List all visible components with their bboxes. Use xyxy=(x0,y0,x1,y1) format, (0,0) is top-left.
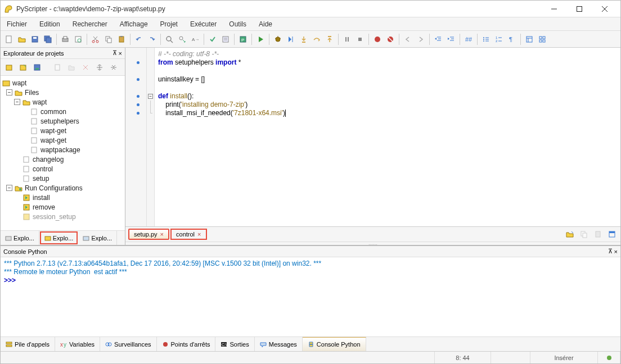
editor-gutter[interactable] xyxy=(125,48,147,226)
check-syntax-icon[interactable] xyxy=(206,33,219,46)
paste-icon[interactable] xyxy=(115,33,128,46)
find-next-icon[interactable] xyxy=(176,33,188,46)
open-project-icon[interactable] xyxy=(17,61,29,74)
new-window-icon[interactable] xyxy=(606,228,618,241)
save-project-icon[interactable] xyxy=(31,61,43,74)
redo-icon[interactable] xyxy=(146,33,158,46)
paste-file-icon[interactable] xyxy=(592,228,604,241)
editor-tab-control[interactable]: control × xyxy=(170,229,206,240)
code-editor[interactable]: # -*- coding: utf-8 -*- from setuphelper… xyxy=(155,48,620,226)
tree-files[interactable]: −Files xyxy=(2,88,124,97)
minimize-button[interactable] xyxy=(541,1,566,17)
new-file-icon[interactable] xyxy=(3,33,15,46)
undo-icon[interactable] xyxy=(133,33,145,46)
run-to-cursor-icon[interactable] xyxy=(285,33,297,46)
tab-python-console[interactable]: Console Python xyxy=(303,337,366,351)
debug-icon[interactable] xyxy=(272,33,284,46)
tree-run-item[interactable]: session_setup xyxy=(2,212,124,221)
tree-item[interactable]: wapt-get xyxy=(2,126,124,135)
add-folder-icon[interactable] xyxy=(65,61,78,74)
cut-icon[interactable] xyxy=(89,33,102,46)
close-panel-icon[interactable]: × xyxy=(614,248,618,255)
python-version-icon[interactable]: P xyxy=(237,33,249,46)
tree-run-item[interactable]: install xyxy=(2,193,124,202)
tab-variables[interactable]: xyVariables xyxy=(55,337,100,351)
side-tab-3[interactable]: Explo... xyxy=(78,231,117,245)
unpin-icon[interactable]: ⊼ xyxy=(112,49,117,57)
tree-item[interactable]: setup xyxy=(2,174,124,183)
menu-tools[interactable]: Outils xyxy=(223,17,253,30)
find-icon[interactable] xyxy=(163,33,176,46)
grid-icon[interactable] xyxy=(536,33,548,46)
special-chars-icon[interactable]: ¶ xyxy=(506,33,518,46)
nav-back-icon[interactable] xyxy=(402,33,414,46)
menu-search[interactable]: Rechercher xyxy=(66,17,114,30)
close-button[interactable] xyxy=(592,1,617,17)
fold-gutter[interactable]: − xyxy=(147,48,155,226)
close-panel-icon[interactable]: × xyxy=(119,50,122,57)
tree-run-item[interactable]: remove xyxy=(2,202,124,212)
open-file-icon[interactable] xyxy=(16,33,28,46)
tree-item[interactable]: waptpackage xyxy=(2,145,124,154)
copy-path-icon[interactable] xyxy=(578,228,590,241)
menu-project[interactable]: Projet xyxy=(154,17,184,30)
dedent-icon[interactable] xyxy=(445,33,457,46)
side-tab-1[interactable]: Explo... xyxy=(1,231,39,245)
editor-tab-setup[interactable]: setup.py × xyxy=(128,229,169,240)
tree-item[interactable]: changelog xyxy=(2,154,124,164)
layout-icon[interactable] xyxy=(523,33,536,46)
nav-forward-icon[interactable] xyxy=(415,33,427,46)
step-out-icon[interactable] xyxy=(323,33,336,46)
close-tab-icon[interactable]: × xyxy=(197,231,201,238)
indent-icon[interactable] xyxy=(432,33,444,46)
console-output[interactable]: *** Python 2.7.13 (v2.7.13:a06454b1afa1,… xyxy=(1,257,620,336)
print-icon[interactable] xyxy=(59,33,71,46)
menu-edition[interactable]: Edition xyxy=(33,17,66,30)
tab-breakpoints[interactable]: Points d'arrêts xyxy=(157,337,216,351)
tree-root[interactable]: wapt xyxy=(2,78,124,88)
stop-icon[interactable] xyxy=(354,33,366,46)
step-into-icon[interactable] xyxy=(298,33,310,46)
clear-breakpoints-icon[interactable] xyxy=(384,33,397,46)
open-folder-icon[interactable] xyxy=(564,228,576,241)
menu-view[interactable]: Affichage xyxy=(114,17,154,30)
numbered-list-icon[interactable]: 12 xyxy=(493,33,505,46)
add-file-icon[interactable] xyxy=(51,61,64,74)
tree-run-cfg[interactable]: −Run Configurations xyxy=(2,183,124,193)
browse-icon[interactable] xyxy=(219,33,232,46)
maximize-button[interactable] xyxy=(566,1,592,17)
fold-toggle[interactable]: − xyxy=(148,94,153,99)
pause-icon[interactable] xyxy=(341,33,353,46)
breakpoint-icon[interactable] xyxy=(371,33,384,46)
comment-icon[interactable]: ## xyxy=(462,33,475,46)
tab-messages[interactable]: Messages xyxy=(255,337,303,351)
tab-callstack[interactable]: Pile d'appels xyxy=(1,337,55,351)
copy-icon[interactable] xyxy=(102,33,115,46)
print-preview-icon[interactable] xyxy=(72,33,84,46)
remove-icon[interactable] xyxy=(79,61,92,74)
menu-file[interactable]: Fichier xyxy=(1,17,33,30)
splitter-handle[interactable]: ⋯⋯ xyxy=(125,242,620,245)
run-icon[interactable] xyxy=(254,33,267,46)
expand-icon[interactable] xyxy=(93,61,106,74)
menu-run[interactable]: Exécuter xyxy=(184,17,223,30)
tree-wapt-folder[interactable]: −wapt xyxy=(2,97,124,107)
tree-item[interactable]: wapt-get xyxy=(2,135,124,145)
side-tab-2[interactable]: Explo... xyxy=(40,231,78,244)
menu-help[interactable]: Aide xyxy=(253,17,278,30)
unpin-icon[interactable]: ⊼ xyxy=(608,248,613,255)
tab-watches[interactable]: Surveillances xyxy=(100,337,156,351)
list-icon[interactable] xyxy=(480,33,492,46)
close-tab-icon[interactable]: × xyxy=(160,231,164,238)
collapse-icon[interactable] xyxy=(107,61,120,74)
save-all-icon[interactable] xyxy=(42,33,54,46)
tab-output[interactable]: C:\Sorties xyxy=(215,337,254,351)
project-tree[interactable]: wapt −Files −wapt common setuphelpers wa… xyxy=(1,76,125,230)
save-icon[interactable] xyxy=(29,33,41,46)
tree-item[interactable]: control xyxy=(2,164,124,174)
tree-item[interactable]: setuphelpers xyxy=(2,116,124,126)
tree-item[interactable]: common xyxy=(2,107,124,116)
replace-icon[interactable]: A→B xyxy=(189,33,201,46)
new-project-icon[interactable] xyxy=(3,61,15,74)
step-over-icon[interactable] xyxy=(310,33,323,46)
